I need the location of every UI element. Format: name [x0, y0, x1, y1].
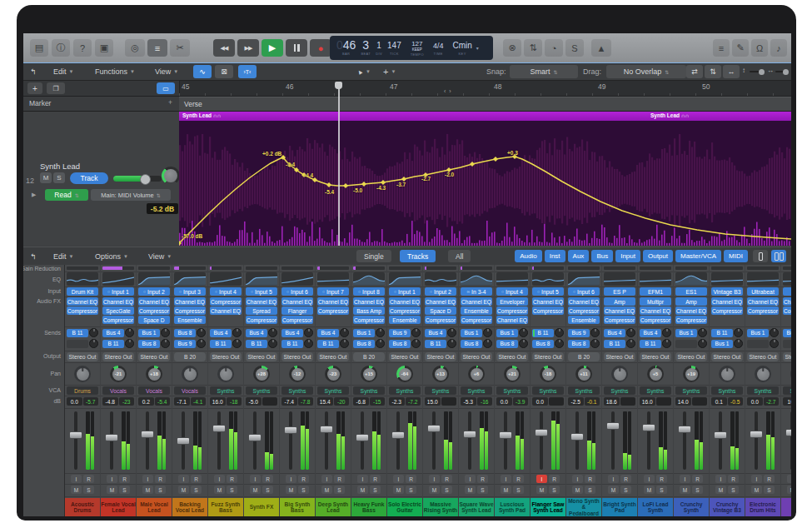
channel-name[interactable]: Fuzz Synth Bass [208, 498, 243, 516]
fx-button[interactable]: Compressor [425, 316, 456, 324]
send-knob[interactable] [411, 339, 421, 348]
record-enable-button[interactable]: R [262, 475, 273, 483]
mute-button[interactable]: M [250, 486, 261, 494]
eq-thumbnail[interactable] [67, 272, 98, 286]
mute-button[interactable]: M [393, 486, 404, 494]
solo-button[interactable]: S [119, 486, 130, 494]
pan-knob[interactable]: -64 [387, 364, 422, 384]
send-bus-button[interactable]: Bus 4 [317, 329, 339, 337]
mixer-strip[interactable]: Drum KitChannel EQCompressorB 11Stereo O… [65, 265, 100, 516]
tab-single[interactable]: Single [356, 250, 391, 262]
tab-all[interactable]: All [448, 250, 471, 262]
eq-thumbnail[interactable] [461, 272, 492, 286]
pan-knob[interactable]: +28 [244, 364, 279, 384]
zoom-fit-icon[interactable]: ↔ [723, 65, 740, 78]
send-bus-button[interactable]: B 11 [67, 329, 88, 337]
send-bus-button[interactable] [783, 340, 791, 348]
send-knob[interactable] [376, 328, 385, 337]
vca-button[interactable]: Synths [210, 386, 242, 395]
send-knob[interactable] [734, 328, 743, 337]
send-knob[interactable] [770, 339, 779, 348]
mixer-options-menu[interactable]: Options▼ [95, 251, 128, 262]
mixer-strip[interactable]: ○Input 1Channel EQSpecGateCompressorBus … [101, 265, 136, 516]
mixer-strip[interactable]: EFM1MultiprChannel EQCompressorBus 4B 11… [638, 265, 673, 516]
edit-menu[interactable]: Edit▼ [53, 66, 73, 77]
fx-button[interactable]: Channel EQ [711, 297, 743, 306]
region-title-bar[interactable]: Synth Lead ∩∩ Synth Lead ∩∩ [179, 112, 791, 121]
filter-aux[interactable]: Aux [568, 250, 590, 262]
send-bus-button[interactable]: Bus 8 [568, 340, 590, 348]
send-bus-button[interactable] [67, 340, 88, 348]
mute-button[interactable]: M [321, 486, 332, 494]
pan-knob[interactable]: +21 [495, 364, 530, 384]
output-button[interactable]: Stereo Out [604, 352, 635, 361]
fx-button[interactable]: Compressor [138, 306, 170, 315]
send-knob[interactable] [304, 328, 313, 337]
fx-button[interactable]: Compressor [747, 306, 779, 315]
send-bus-button[interactable]: Bus 1 [711, 340, 733, 348]
input-button[interactable]: ○Input 4 [496, 287, 528, 296]
send-bus-button[interactable]: Bus 4 [640, 329, 661, 337]
mixer-strip[interactable]: ○Input 8Channel EQBass AmpCompressorBus … [351, 265, 386, 516]
eq-thumbnail[interactable] [675, 272, 707, 286]
send-bus-button[interactable]: B 11 [210, 340, 232, 348]
pan-knob[interactable] [172, 364, 207, 384]
fader-cap[interactable] [427, 425, 441, 432]
output-button[interactable]: Stereo Out [317, 352, 349, 361]
input-button[interactable]: ○Input 2 [425, 287, 456, 296]
track-mute-button[interactable]: M [40, 172, 52, 183]
input-monitor-button[interactable]: I [751, 475, 762, 483]
fx-button[interactable]: Ensemble [174, 316, 206, 324]
mixer-strip[interactable]: UltrabeatChannel EQCompressorBus 1Stereo… [745, 265, 780, 516]
fx-button[interactable]: Space D [425, 306, 456, 315]
mute-button[interactable]: M [572, 486, 583, 494]
fx-button[interactable]: Channel EQ [675, 306, 707, 315]
channel-name[interactable]: Luscious Synth Pad [495, 498, 530, 516]
input-button[interactable]: ○Input 4 [210, 287, 242, 296]
input-monitor-button[interactable]: I [680, 475, 690, 483]
send-bus-button[interactable]: Bus 8 [532, 340, 554, 348]
solo-button[interactable]: S [549, 486, 560, 494]
mixer-strip[interactable]: ○Input 3Channel EQCompressorEnsembleBus … [172, 265, 207, 516]
channel-name[interactable]: Square Wave Synth Lead [459, 498, 494, 516]
filter-input[interactable]: Input [615, 250, 640, 262]
disclosure-triangle-icon[interactable]: ▶ [32, 192, 36, 198]
vca-button[interactable]: Vocals [138, 386, 170, 395]
vca-button[interactable]: Synths [425, 386, 456, 395]
eq-thumbnail[interactable] [138, 272, 170, 286]
input-button[interactable]: ○Input 8 [353, 287, 385, 296]
fx-button[interactable]: Compressor [102, 316, 134, 324]
send-knob[interactable] [89, 328, 98, 337]
metronome-icon[interactable]: ▲ [591, 39, 611, 57]
fx-button[interactable]: Bass Amp [353, 306, 385, 315]
channel-name[interactable]: Heavy Funk Bass [351, 498, 386, 516]
fx-button[interactable]: Channel EQ [281, 297, 313, 306]
pan-knob[interactable]: +13 [423, 364, 458, 384]
pan-knob[interactable]: +6 [459, 364, 494, 384]
send-knob[interactable] [232, 339, 242, 348]
output-button[interactable]: Stereo Out [281, 352, 313, 361]
vca-button[interactable]: Synths [675, 386, 707, 395]
record-enable-button[interactable]: R [155, 475, 166, 483]
fader-cap[interactable] [284, 426, 297, 434]
send-bus-button[interactable]: B 11 [425, 340, 446, 348]
solo-button[interactable]: S [334, 486, 345, 494]
send-knob[interactable] [447, 339, 456, 348]
fx-button[interactable]: Channel EQ [532, 297, 564, 306]
input-monitor-button[interactable]: I [107, 475, 117, 483]
output-button[interactable]: Stereo Out [496, 352, 528, 361]
list-editors-icon[interactable]: ≡ [713, 39, 730, 57]
narrow-view-icon[interactable] [753, 250, 768, 262]
add-track-button[interactable]: + [27, 82, 42, 94]
record-enable-button[interactable]: R [227, 475, 237, 483]
filter-audio[interactable]: Audio [515, 250, 541, 262]
output-button[interactable]: Stereo Out [461, 352, 492, 361]
fader-cap[interactable] [212, 425, 226, 432]
fader-cap[interactable] [141, 431, 154, 438]
vca-button[interactable]: Synths [711, 386, 743, 395]
mixer-strip[interactable]: ○Input 6Channel EQCompressorEnsembleBus … [566, 265, 601, 516]
automation-curve-icon[interactable]: ∿ [193, 65, 212, 78]
input-button[interactable]: ○Input 6 [281, 287, 313, 296]
input-monitor-button[interactable]: I [465, 475, 476, 483]
send-knob[interactable] [662, 339, 671, 348]
